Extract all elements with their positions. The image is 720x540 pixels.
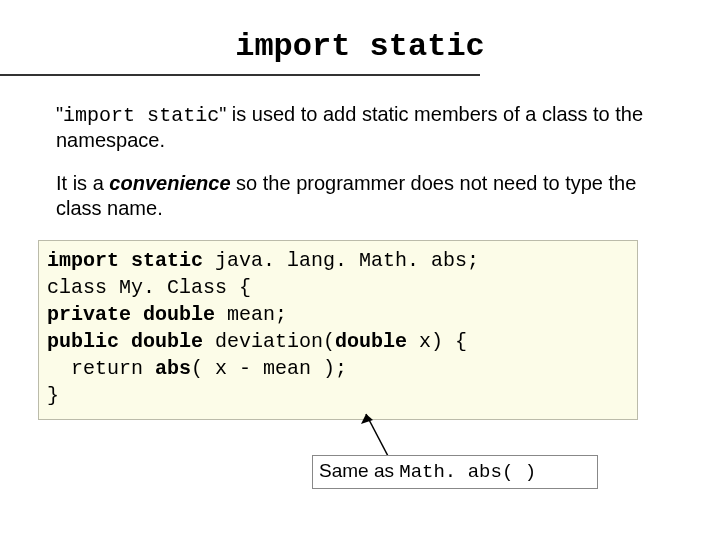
- callout-pre: Same as: [319, 460, 399, 481]
- para1-code: import static: [63, 104, 219, 127]
- paragraph-2: It is a convenience so the programmer do…: [56, 171, 680, 221]
- para2-emph: convenience: [109, 172, 230, 194]
- callout-box: Same as Math. abs( ): [312, 455, 598, 489]
- para2-pre: It is a: [56, 172, 109, 194]
- code-l4-b: deviation(: [203, 330, 335, 353]
- code-kw-public-double: public double: [47, 330, 203, 353]
- slide: import static "import static" is used to…: [0, 0, 720, 540]
- title-underline: [0, 74, 480, 76]
- code-l2: class My. Class {: [47, 276, 251, 299]
- code-kw-abs: abs: [155, 357, 191, 380]
- code-kw-double-param: double: [335, 330, 407, 353]
- code-kw-import-static: import static: [47, 249, 203, 272]
- code-kw-private-double: private double: [47, 303, 215, 326]
- code-l1-rest: java. lang. Math. abs;: [203, 249, 479, 272]
- callout-mono: Math. abs( ): [399, 461, 536, 483]
- code-l5-c: ( x - mean );: [191, 357, 347, 380]
- paragraph-1: "import static" is used to add static me…: [56, 102, 680, 153]
- code-l5-a: return: [47, 357, 155, 380]
- code-l6: }: [47, 384, 59, 407]
- svg-line-0: [366, 414, 388, 456]
- code-block: import static java. lang. Math. abs; cla…: [38, 240, 638, 420]
- body-content: "import static" is used to add static me…: [56, 102, 680, 221]
- code-l3-rest: mean;: [215, 303, 287, 326]
- slide-title: import static: [0, 0, 720, 73]
- code-l4-d: x) {: [407, 330, 467, 353]
